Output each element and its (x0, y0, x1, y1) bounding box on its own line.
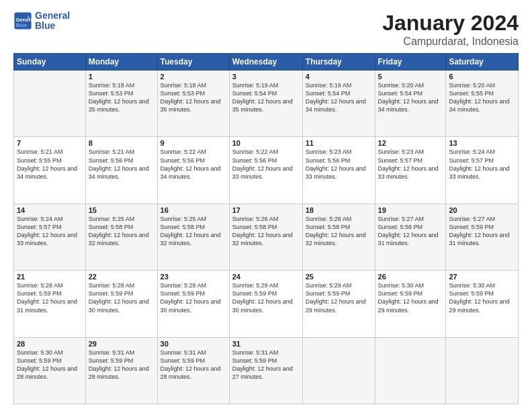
calendar-table: SundayMondayTuesdayWednesdayThursdayFrid… (13, 53, 519, 404)
week-row-3: 14Sunrise: 5:24 AM Sunset: 5:57 PM Dayli… (14, 203, 519, 270)
day-number: 26 (378, 273, 443, 281)
day-cell: 18Sunrise: 5:26 AM Sunset: 5:58 PM Dayli… (302, 203, 375, 270)
day-number: 25 (306, 273, 372, 281)
day-number: 6 (449, 73, 515, 81)
day-number: 2 (161, 73, 226, 81)
logo: General Blue General Blue (13, 11, 70, 32)
day-cell: 10Sunrise: 5:22 AM Sunset: 5:56 PM Dayli… (229, 137, 302, 203)
day-cell: 14Sunrise: 5:24 AM Sunset: 5:57 PM Dayli… (14, 203, 86, 270)
day-info: Sunrise: 5:18 AM Sunset: 5:53 PM Dayligh… (89, 81, 154, 114)
day-info: Sunrise: 5:21 AM Sunset: 5:55 PM Dayligh… (17, 148, 83, 181)
day-number: 7 (17, 139, 83, 147)
day-info: Sunrise: 5:19 AM Sunset: 5:54 PM Dayligh… (232, 81, 300, 114)
day-info: Sunrise: 5:19 AM Sunset: 5:54 PM Dayligh… (306, 81, 372, 114)
day-number: 24 (232, 273, 300, 281)
day-info: Sunrise: 5:31 AM Sunset: 5:59 PM Dayligh… (232, 349, 300, 381)
day-info: Sunrise: 5:24 AM Sunset: 5:57 PM Dayligh… (17, 215, 83, 248)
day-number: 28 (17, 340, 83, 348)
day-info: Sunrise: 5:22 AM Sunset: 5:56 PM Dayligh… (232, 148, 300, 181)
day-number: 8 (89, 139, 154, 147)
day-number: 5 (378, 73, 443, 81)
day-cell: 19Sunrise: 5:27 AM Sunset: 5:58 PM Dayli… (375, 203, 446, 270)
day-cell: 28Sunrise: 5:30 AM Sunset: 5:59 PM Dayli… (14, 337, 86, 404)
day-cell: 22Sunrise: 5:28 AM Sunset: 5:59 PM Dayli… (85, 271, 157, 337)
day-number: 21 (17, 273, 83, 281)
day-number: 9 (161, 139, 226, 147)
day-cell: 16Sunrise: 5:25 AM Sunset: 5:58 PM Dayli… (157, 203, 229, 270)
header-day-saturday: Saturday (446, 54, 519, 71)
day-info: Sunrise: 5:26 AM Sunset: 5:58 PM Dayligh… (232, 215, 300, 248)
day-number: 20 (449, 206, 515, 214)
calendar-title: January 2024 (382, 11, 519, 36)
calendar-subtitle: Campurdarat, Indonesia (382, 36, 519, 48)
day-info: Sunrise: 5:27 AM Sunset: 5:58 PM Dayligh… (378, 215, 443, 248)
day-info: Sunrise: 5:30 AM Sunset: 5:59 PM Dayligh… (378, 281, 443, 314)
day-number: 4 (306, 73, 372, 81)
day-info: Sunrise: 5:30 AM Sunset: 5:59 PM Dayligh… (449, 281, 515, 314)
day-number: 27 (449, 273, 515, 281)
day-cell (302, 337, 375, 404)
title-block: January 2024 Campurdarat, Indonesia (382, 11, 519, 48)
day-info: Sunrise: 5:29 AM Sunset: 5:59 PM Dayligh… (306, 281, 372, 314)
header-day-thursday: Thursday (302, 54, 375, 71)
day-info: Sunrise: 5:30 AM Sunset: 5:59 PM Dayligh… (17, 349, 83, 381)
day-info: Sunrise: 5:28 AM Sunset: 5:59 PM Dayligh… (161, 281, 226, 314)
day-cell: 23Sunrise: 5:28 AM Sunset: 5:59 PM Dayli… (157, 271, 229, 337)
day-info: Sunrise: 5:22 AM Sunset: 5:56 PM Dayligh… (161, 148, 226, 181)
day-info: Sunrise: 5:20 AM Sunset: 5:55 PM Dayligh… (449, 81, 515, 114)
day-cell: 6Sunrise: 5:20 AM Sunset: 5:55 PM Daylig… (446, 71, 519, 137)
svg-text:Blue: Blue (16, 22, 28, 28)
day-cell: 15Sunrise: 5:25 AM Sunset: 5:58 PM Dayli… (85, 203, 157, 270)
header-day-monday: Monday (85, 54, 157, 71)
day-cell: 29Sunrise: 5:31 AM Sunset: 5:59 PM Dayli… (85, 337, 157, 404)
day-cell: 9Sunrise: 5:22 AM Sunset: 5:56 PM Daylig… (157, 137, 229, 203)
day-number: 29 (89, 340, 154, 348)
week-row-5: 28Sunrise: 5:30 AM Sunset: 5:59 PM Dayli… (14, 337, 519, 404)
day-number: 19 (378, 206, 443, 214)
logo-line1: General (35, 10, 70, 21)
page: General Blue General Blue January 2024 C… (0, 0, 532, 411)
header-day-wednesday: Wednesday (229, 54, 302, 71)
day-number: 31 (232, 340, 300, 348)
day-cell: 21Sunrise: 5:28 AM Sunset: 5:59 PM Dayli… (14, 271, 86, 337)
day-info: Sunrise: 5:28 AM Sunset: 5:59 PM Dayligh… (89, 281, 154, 314)
logo-line2: Blue (35, 20, 55, 31)
day-info: Sunrise: 5:20 AM Sunset: 5:54 PM Dayligh… (378, 81, 443, 114)
day-cell: 31Sunrise: 5:31 AM Sunset: 5:59 PM Dayli… (229, 337, 302, 404)
logo-text: General Blue (35, 11, 70, 32)
day-cell: 8Sunrise: 5:21 AM Sunset: 5:56 PM Daylig… (85, 137, 157, 203)
day-info: Sunrise: 5:29 AM Sunset: 5:59 PM Dayligh… (232, 281, 300, 314)
week-row-1: 1Sunrise: 5:18 AM Sunset: 5:53 PM Daylig… (14, 71, 519, 137)
header-day-tuesday: Tuesday (157, 54, 229, 71)
day-info: Sunrise: 5:31 AM Sunset: 5:59 PM Dayligh… (89, 349, 154, 381)
day-cell: 12Sunrise: 5:23 AM Sunset: 5:57 PM Dayli… (375, 137, 446, 203)
day-info: Sunrise: 5:23 AM Sunset: 5:56 PM Dayligh… (306, 148, 372, 181)
day-cell (446, 337, 519, 404)
day-cell (14, 71, 86, 137)
day-info: Sunrise: 5:25 AM Sunset: 5:58 PM Dayligh… (161, 215, 226, 248)
day-number: 3 (232, 73, 300, 81)
day-cell: 3Sunrise: 5:19 AM Sunset: 5:54 PM Daylig… (229, 71, 302, 137)
day-info: Sunrise: 5:18 AM Sunset: 5:53 PM Dayligh… (161, 81, 226, 114)
day-cell: 11Sunrise: 5:23 AM Sunset: 5:56 PM Dayli… (302, 137, 375, 203)
day-cell: 5Sunrise: 5:20 AM Sunset: 5:54 PM Daylig… (375, 71, 446, 137)
day-number: 14 (17, 206, 83, 214)
week-row-4: 21Sunrise: 5:28 AM Sunset: 5:59 PM Dayli… (14, 271, 519, 337)
day-cell: 26Sunrise: 5:30 AM Sunset: 5:59 PM Dayli… (375, 271, 446, 337)
day-cell: 27Sunrise: 5:30 AM Sunset: 5:59 PM Dayli… (446, 271, 519, 337)
logo-icon: General Blue (13, 11, 32, 30)
day-cell: 17Sunrise: 5:26 AM Sunset: 5:58 PM Dayli… (229, 203, 302, 270)
day-number: 16 (161, 206, 226, 214)
day-info: Sunrise: 5:27 AM Sunset: 5:59 PM Dayligh… (449, 215, 515, 248)
day-number: 11 (306, 139, 372, 147)
day-cell: 13Sunrise: 5:24 AM Sunset: 5:57 PM Dayli… (446, 137, 519, 203)
day-number: 13 (449, 139, 515, 147)
day-number: 1 (89, 73, 154, 81)
day-info: Sunrise: 5:26 AM Sunset: 5:58 PM Dayligh… (306, 215, 372, 248)
week-row-2: 7Sunrise: 5:21 AM Sunset: 5:55 PM Daylig… (14, 137, 519, 203)
day-info: Sunrise: 5:21 AM Sunset: 5:56 PM Dayligh… (89, 148, 154, 181)
day-number: 17 (232, 206, 300, 214)
day-number: 12 (378, 139, 443, 147)
day-cell: 1Sunrise: 5:18 AM Sunset: 5:53 PM Daylig… (85, 71, 157, 137)
day-number: 18 (306, 206, 372, 214)
